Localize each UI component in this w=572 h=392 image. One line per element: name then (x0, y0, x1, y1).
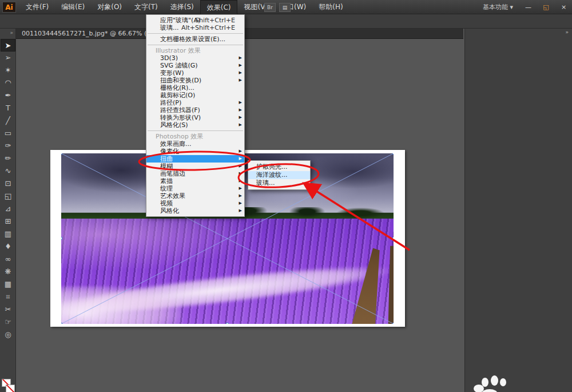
effect-menu-item[interactable]: 风格化▶ (146, 207, 244, 215)
effect-menu-item[interactable]: 路径查找器(F)▶ (146, 106, 244, 114)
menu-separator (148, 33, 243, 34)
effect-menu-item[interactable]: 裁剪标记(O) (146, 92, 244, 99)
submenu-arrow-icon: ▶ (239, 148, 242, 155)
selection-handle[interactable] (226, 323, 229, 324)
menu-item-ocean-ripple[interactable]: 海洋波纹... (248, 171, 310, 179)
menu-separator (148, 130, 243, 131)
paintbrush-tool[interactable]: ✑ (1, 140, 15, 152)
app-logo: Ai (2, 2, 16, 13)
submenu-arrow-icon: ▶ (239, 54, 242, 62)
hand-tool[interactable]: ☞ (1, 316, 15, 328)
pen-tool[interactable]: ✒ (1, 89, 15, 102)
effect-menu-item[interactable]: 栅格化(R)... (146, 84, 244, 92)
menu-3[interactable]: 对象(O) (91, 0, 128, 14)
selection-handle[interactable] (392, 153, 394, 155)
artboard-tool[interactable]: ⌗ (1, 291, 15, 303)
effect-menu-item[interactable]: 转换为形状(V)▶ (146, 114, 244, 121)
effect-menu-item[interactable]: 变形(W)▶ (146, 69, 244, 77)
bridge-icon[interactable]: Br (264, 3, 276, 12)
rectangle-tool[interactable]: ▭ (1, 127, 15, 140)
effect-menu-item[interactable]: 文档栅格效果设置(E)... (146, 35, 244, 43)
tools-list: ➤➢✶◠✒T╱▭✑✏∿⊡◱⊿⊞▥♦∞❋▦⌗✂☞◎ (1, 39, 15, 341)
submenu-arrow-icon: ▶ (239, 163, 242, 170)
zoom-tool[interactable]: ◎ (1, 328, 15, 341)
magic-wand-tool[interactable]: ✶ (1, 64, 15, 77)
selection-handle[interactable] (392, 323, 394, 324)
width-tool[interactable]: ∿ (1, 165, 15, 177)
effect-menu-item[interactable]: 应用"玻璃"(A)Shift+Ctrl+E (146, 17, 244, 24)
arrange-documents-icon[interactable]: ▤ (279, 3, 291, 12)
menu-2[interactable]: 编辑(E) (55, 0, 91, 14)
effect-menu-item[interactable]: 3D(3)▶ (146, 54, 244, 62)
slice-tool[interactable]: ✂ (1, 303, 15, 316)
selection-tool[interactable]: ➤ (1, 39, 15, 52)
selection-handle[interactable] (61, 237, 62, 240)
effect-menu-item: Photoshop 效果 (146, 133, 244, 140)
effect-menu-item[interactable]: 模糊▶ (146, 163, 244, 170)
menu-item-diffuse-glow[interactable]: 扩散亮光... (248, 163, 310, 171)
submenu-arrow-icon: ▶ (239, 207, 242, 215)
effect-menu-item[interactable]: SVG 滤镜(G)▶ (146, 62, 244, 69)
control-bar (0, 14, 572, 29)
selection-handle[interactable] (61, 153, 62, 155)
menu-5[interactable]: 选择(S) (164, 0, 200, 14)
submenu-arrow-icon: ▶ (239, 155, 242, 163)
title-bar: Ai 文件(F)编辑(E)对象(O)文字(T)选择(S)效果(C)视图(V)窗口… (0, 0, 572, 14)
minimize-button[interactable]: — (521, 2, 535, 13)
panel-dock: » (464, 29, 572, 392)
effect-menu-item[interactable]: 效果画廊... (146, 140, 244, 148)
watermark-shape (482, 378, 488, 387)
blend-tool[interactable]: ∞ (1, 253, 15, 266)
perspective-grid-tool[interactable]: ⊿ (1, 203, 15, 215)
submenu-arrow-icon: ▶ (239, 185, 242, 192)
free-transform-tool[interactable]: ⊡ (1, 177, 15, 190)
menu-6[interactable]: 效果(C) (200, 0, 238, 14)
effect-menu-item[interactable]: 路径(P)▶ (146, 99, 244, 106)
close-button[interactable]: × (557, 2, 571, 13)
watermark-shape (500, 378, 506, 386)
effect-menu-item[interactable]: 风格化(S)▶ (146, 121, 244, 129)
collapse-icon[interactable]: » (0, 29, 15, 35)
submenu-arrow-icon: ▶ (239, 77, 242, 84)
column-graph-tool[interactable]: ▦ (1, 278, 15, 291)
effect-menu-item[interactable]: 像素化▶ (146, 148, 244, 155)
submenu-arrow-icon: ▶ (239, 62, 242, 69)
symbol-sprayer-tool[interactable]: ❋ (1, 266, 15, 278)
submenu-arrow-icon: ▶ (239, 170, 242, 177)
submenu-arrow-icon: ▶ (239, 200, 242, 207)
chevron-down-icon: ▾ (510, 3, 513, 11)
type-tool[interactable]: T (1, 102, 15, 114)
collapse-panels-icon[interactable]: » (565, 29, 569, 35)
gradient-tool[interactable]: ▥ (1, 228, 15, 240)
line-segment-tool[interactable]: ╱ (1, 114, 15, 127)
effect-menu-item[interactable]: 玻璃...Alt+Shift+Ctrl+E (146, 24, 244, 31)
restore-button[interactable]: ◱ (539, 2, 553, 13)
menu-1[interactable]: 文件(F) (19, 0, 55, 14)
watermark-shape (491, 375, 498, 386)
effect-menu-item[interactable]: 视频▶ (146, 200, 244, 207)
pencil-tool[interactable]: ✏ (1, 152, 15, 165)
selection-handle[interactable] (61, 323, 62, 324)
submenu-arrow-icon: ▶ (239, 121, 242, 129)
effect-menu-item[interactable]: 扭曲▶ (146, 155, 244, 163)
effect-menu-item[interactable]: 纹理▶ (146, 185, 244, 192)
fill-stroke-control[interactable] (2, 379, 14, 392)
submenu-arrow-icon: ▶ (239, 177, 242, 185)
eyedropper-tool[interactable]: ♦ (1, 240, 15, 253)
menu-4[interactable]: 文字(T) (128, 0, 164, 14)
shape-builder-tool[interactable]: ◱ (1, 190, 15, 203)
stroke-swatch-none[interactable] (6, 385, 15, 392)
selection-handle[interactable] (392, 237, 394, 240)
submenu-arrow-icon: ▶ (239, 114, 242, 121)
submenu-arrow-icon: ▶ (239, 69, 242, 77)
menu-item-glass[interactable]: 玻璃... (248, 179, 310, 187)
workspace-switcher[interactable]: 基本功能 ▾ (483, 3, 513, 11)
submenu-arrow-icon: ▶ (239, 192, 242, 200)
effect-menu-item[interactable]: 艺术效果▶ (146, 192, 244, 200)
mesh-tool[interactable]: ⊞ (1, 215, 15, 228)
effect-menu-item[interactable]: 扭曲和变换(D)▶ (146, 77, 244, 84)
lasso-tool[interactable]: ◠ (1, 77, 15, 89)
effect-menu-item[interactable]: 素描▶ (146, 177, 244, 185)
direct-selection-tool[interactable]: ➢ (1, 52, 15, 64)
effect-menu-item[interactable]: 画笔描边▶ (146, 170, 244, 177)
